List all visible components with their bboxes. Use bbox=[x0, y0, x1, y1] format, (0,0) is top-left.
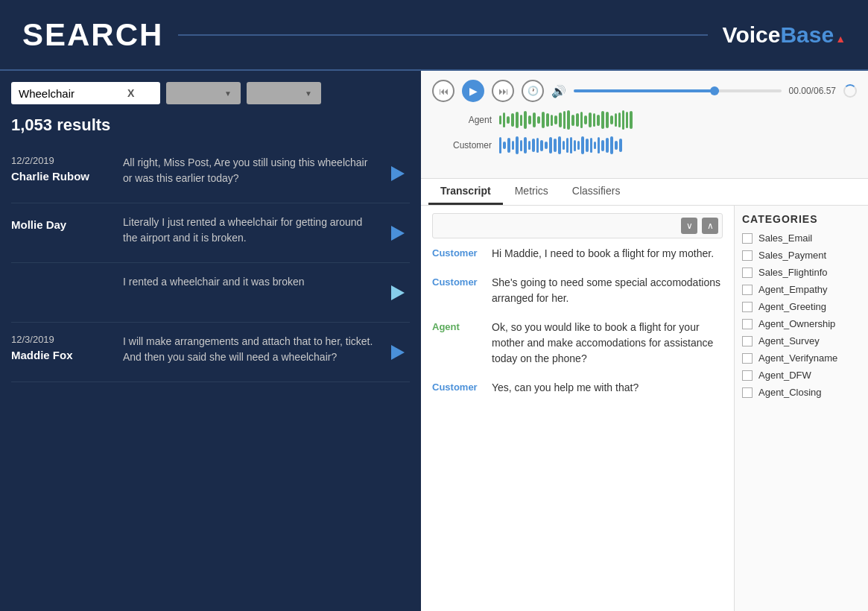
transcript-area: ∨ ∧ Customer Hi Maddie, I need to book a… bbox=[421, 206, 868, 611]
play-result-button[interactable] bbox=[386, 274, 410, 311]
category-checkbox[interactable] bbox=[742, 233, 753, 244]
clear-button[interactable]: X bbox=[127, 87, 134, 99]
categories-list: Sales_Email Sales_Payment Sales_Flightin… bbox=[742, 232, 861, 398]
category-item[interactable]: Agent_Verifyname bbox=[742, 352, 861, 364]
result-meta: 12/2/2019 Charlie Rubow bbox=[11, 155, 115, 191]
play-result-button[interactable] bbox=[386, 334, 410, 370]
waveform-bar bbox=[577, 141, 580, 151]
play-result-button[interactable] bbox=[386, 155, 410, 191]
category-checkbox[interactable] bbox=[742, 336, 753, 346]
result-date: 12/3/2019 bbox=[11, 334, 115, 345]
time-icon[interactable]: 🕐 bbox=[522, 80, 544, 102]
list-item[interactable]: Mollie Day Literally I just rented a whe… bbox=[11, 203, 410, 263]
result-meta: 12/3/2019 Maddie Fox bbox=[11, 334, 115, 370]
category-checkbox[interactable] bbox=[742, 267, 753, 278]
speaker-label: Customer bbox=[432, 246, 484, 259]
category-label: Agent_Closing bbox=[758, 387, 822, 398]
categories-panel: CATEGORIES Sales_Email Sales_Payment Sal… bbox=[734, 206, 868, 611]
category-item[interactable]: Agent_Ownership bbox=[742, 318, 861, 329]
waveform-bar bbox=[540, 140, 543, 151]
category-label: Agent_Ownership bbox=[758, 318, 835, 329]
category-item[interactable]: Sales_Flightinfo bbox=[742, 267, 861, 278]
header-divider bbox=[178, 34, 707, 36]
volume-icon[interactable]: 🔊 bbox=[551, 84, 566, 98]
waveform-bar bbox=[563, 141, 565, 151]
waveform-bar bbox=[606, 112, 609, 128]
forward-button[interactable]: ⏭ bbox=[492, 80, 514, 102]
waveform-bar bbox=[499, 115, 501, 125]
category-checkbox[interactable] bbox=[742, 285, 753, 295]
category-checkbox[interactable] bbox=[742, 370, 753, 381]
category-checkbox[interactable] bbox=[742, 387, 753, 398]
category-checkbox[interactable] bbox=[742, 353, 753, 364]
waveform-bar bbox=[590, 138, 592, 152]
customer-waveform-row: Customer bbox=[443, 135, 846, 156]
result-meta: Mollie Day bbox=[11, 215, 115, 251]
waveform-bar bbox=[558, 136, 561, 154]
category-label: Agent_Verifyname bbox=[758, 352, 837, 364]
waveform-bar bbox=[524, 137, 527, 153]
category-label: Sales_Email bbox=[758, 232, 812, 244]
results-count: 1,053 results bbox=[11, 115, 410, 135]
waveform-bar bbox=[593, 113, 595, 126]
filter-dropdown-1[interactable]: ▼ bbox=[166, 82, 241, 104]
category-item[interactable]: Agent_Empathy bbox=[742, 284, 861, 295]
speaker-label: Customer bbox=[432, 380, 484, 393]
waveform-bar bbox=[512, 141, 514, 151]
progress-bar[interactable] bbox=[574, 89, 782, 92]
right-panel: ⏮ ▶ ⏭ 🕐 🔊 00.00/06.57 Agent Customer bbox=[421, 71, 868, 611]
rewind-button[interactable]: ⏮ bbox=[432, 80, 454, 102]
waveform-bar bbox=[546, 113, 549, 126]
play-triangle-icon bbox=[391, 166, 405, 181]
transcript-entry: Customer Hi Maddie, I need to book a fli… bbox=[432, 246, 723, 262]
waveform-bar bbox=[551, 115, 553, 126]
waveform-bar bbox=[589, 113, 592, 127]
speaker-label: Agent bbox=[432, 320, 484, 332]
logo-base: Base bbox=[780, 22, 834, 48]
filter-dropdown-2[interactable]: ▼ bbox=[247, 82, 321, 104]
category-item[interactable]: Agent_Closing bbox=[742, 387, 861, 398]
category-item[interactable]: Agent_Survey bbox=[742, 335, 861, 346]
category-item[interactable]: Sales_Payment bbox=[742, 250, 861, 261]
tab-metrics[interactable]: Metrics bbox=[503, 179, 560, 205]
result-text: Literally I just rented a wheelchair for… bbox=[123, 215, 378, 251]
transcript-search-input[interactable] bbox=[437, 221, 677, 232]
search-up-button[interactable]: ∨ bbox=[681, 218, 697, 234]
category-checkbox[interactable] bbox=[742, 250, 753, 261]
list-item[interactable]: I rented a wheelchair and it was broken bbox=[11, 263, 410, 323]
waveform-bar bbox=[516, 112, 519, 128]
transcript-scroll[interactable]: ∨ ∧ Customer Hi Maddie, I need to book a… bbox=[421, 206, 734, 611]
play-result-button[interactable] bbox=[386, 215, 410, 251]
category-checkbox[interactable] bbox=[742, 319, 753, 329]
category-checkbox[interactable] bbox=[742, 302, 753, 312]
search-bar: X ▼ ▼ bbox=[11, 82, 410, 104]
result-text: All right, Miss Post, Are you still usin… bbox=[123, 155, 378, 191]
waveform-bar bbox=[559, 113, 562, 127]
player-controls: ⏮ ▶ ⏭ 🕐 🔊 00.00/06.57 bbox=[432, 80, 857, 102]
category-label: Agent_Greeting bbox=[758, 301, 826, 312]
waveform-bar bbox=[586, 139, 589, 151]
waveform-bar bbox=[584, 115, 587, 125]
search-input-wrap[interactable]: X bbox=[11, 82, 160, 104]
waveform-bar bbox=[528, 115, 531, 125]
category-item[interactable]: Sales_Email bbox=[742, 232, 861, 244]
transcript-text: Ok, so you would like to book a flight f… bbox=[492, 320, 723, 367]
search-down-button[interactable]: ∧ bbox=[702, 218, 718, 234]
waveform-bar bbox=[536, 138, 539, 152]
agent-label: Agent bbox=[443, 115, 492, 125]
category-item[interactable]: Agent_Greeting bbox=[742, 301, 861, 312]
tab-classifiers[interactable]: Classifiers bbox=[560, 179, 633, 205]
transcript-entry: Customer She's going to need some specia… bbox=[432, 275, 723, 306]
agent-waveform-row: Agent bbox=[443, 110, 846, 130]
category-item[interactable]: Agent_DFW bbox=[742, 370, 861, 381]
logo-voice: Voice bbox=[723, 22, 781, 48]
waveform-bar bbox=[516, 136, 519, 154]
category-label: Sales_Payment bbox=[758, 250, 826, 261]
waveform-bar bbox=[499, 137, 501, 153]
list-item[interactable]: 12/2/2019 Charlie Rubow All right, Miss … bbox=[11, 144, 410, 203]
waveform-bar bbox=[610, 115, 613, 125]
list-item[interactable]: 12/3/2019 Maddie Fox I will make arrange… bbox=[11, 323, 410, 382]
play-button[interactable]: ▶ bbox=[462, 80, 484, 102]
tab-transcript[interactable]: Transcript bbox=[428, 179, 503, 205]
search-input[interactable] bbox=[19, 87, 123, 100]
